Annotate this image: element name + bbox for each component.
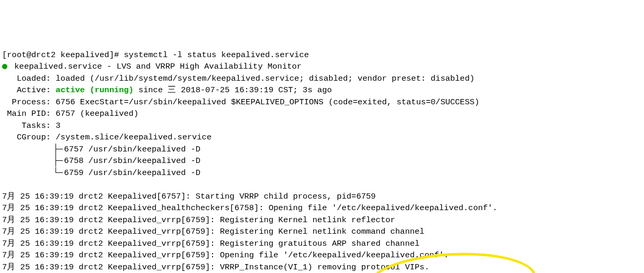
log-line: 7月 25 16:39:19 drct2 Keepalived_healthch… [2, 203, 497, 213]
log-line: 7月 25 16:39:19 drct2 Keepalived_vrrp[675… [2, 239, 419, 248]
main-pid-line: Main PID: 6757 (keepalived) [2, 109, 138, 118]
tree-branch-last-icon [55, 167, 64, 179]
tree-branch-icon [55, 144, 64, 155]
log-line: 7月 25 16:39:19 drct2 Keepalived_vrrp[675… [2, 227, 425, 236]
log-line: 7月 25 16:39:19 drct2 Keepalived_vrrp[675… [2, 215, 395, 225]
process-line: Process: 6756 ExecStart=/usr/sbin/keepal… [2, 97, 480, 107]
active-state: active (running) [55, 85, 134, 95]
loaded-line: Loaded: loaded (/usr/lib/systemd/system/… [2, 74, 474, 83]
log-line: 7月 25 16:39:19 drct2 Keepalived_vrrp[675… [2, 263, 429, 272]
cgroup-proc: 6758 /usr/sbin/keepalived -D [64, 156, 200, 166]
tree-branch-icon [55, 155, 64, 167]
active-since: since 三 2018-07-25 16:39:19 CST; 3s ago [134, 85, 332, 95]
cgroup-proc: 6757 /usr/sbin/keepalived -D [64, 145, 200, 154]
service-title: keepalived.service - LVS and VRRP High A… [14, 62, 302, 71]
cgroup-proc: 6759 /usr/sbin/keepalived -D [64, 168, 200, 178]
status-dot-icon [2, 64, 7, 69]
terminal-output: [root@drct2 keepalived]# systemctl -l st… [2, 37, 642, 273]
tasks-line: Tasks: 3 [2, 121, 61, 130]
shell-prompt: [root@drct2 keepalived]# [2, 50, 124, 60]
log-line: 7月 25 16:39:19 drct2 Keepalived[6757]: S… [2, 192, 376, 201]
command-text: systemctl -l status keepalived.service [124, 50, 309, 60]
log-line: 7月 25 16:39:19 drct2 Keepalived_vrrp[675… [2, 250, 449, 260]
cgroup-line: CGroup: /system.slice/keepalived.service [2, 133, 212, 142]
active-label: Active: [2, 85, 55, 95]
